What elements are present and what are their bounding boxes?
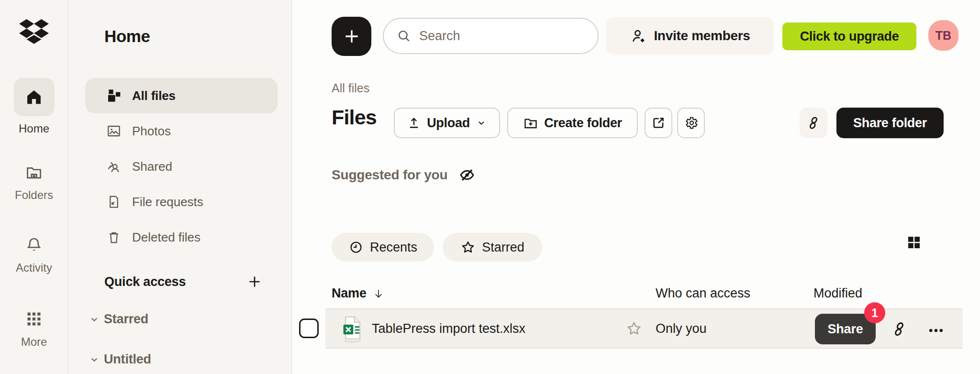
rail-label-folders: Folders: [15, 188, 53, 202]
share-folder-button[interactable]: Share folder: [836, 108, 944, 138]
filter-recents[interactable]: Recents: [332, 233, 434, 262]
sidebar-section-starred[interactable]: Starred: [89, 312, 148, 327]
filter-starred[interactable]: Starred: [443, 233, 542, 262]
rail-item-activity[interactable]: Activity: [0, 234, 68, 275]
sidebar-item-photos[interactable]: Photos: [85, 113, 278, 149]
rail-item-more[interactable]: More: [0, 308, 68, 349]
sidebar-item-label: Photos: [132, 124, 171, 139]
sidebar-section-untitled[interactable]: Untitled: [89, 352, 151, 367]
left-rail: Home Folders Activity: [0, 0, 68, 374]
upload-button[interactable]: Upload: [394, 108, 500, 138]
column-header-who-can-access[interactable]: Who can access: [656, 286, 750, 301]
settings-button[interactable]: [677, 108, 705, 138]
home-icon: [14, 78, 55, 116]
sidebar-item-shared[interactable]: Shared: [85, 149, 278, 184]
suggested-section: Suggested for you: [332, 166, 476, 184]
main-content: Invite members Click to upgrade TB All f…: [292, 0, 980, 374]
avatar-initials: TB: [935, 29, 951, 43]
search-input[interactable]: [419, 29, 585, 44]
copy-link-button[interactable]: [800, 108, 827, 138]
person-add-icon: [630, 27, 647, 44]
create-new-button[interactable]: [332, 17, 371, 56]
dropbox-app: Home Folders Activity: [0, 0, 980, 374]
grid-dots-icon: [14, 308, 55, 330]
shared-icon: [106, 159, 122, 174]
filter-label: Recents: [370, 240, 417, 255]
avatar[interactable]: TB: [928, 20, 958, 51]
rail-label-more: More: [21, 335, 47, 349]
quick-access-header: Quick access: [104, 274, 263, 290]
file-name[interactable]: TablePress import test.xlsx: [372, 321, 525, 336]
rail-item-folders[interactable]: Folders: [0, 162, 68, 202]
chevron-down-icon: [89, 354, 100, 365]
clock-icon: [348, 240, 364, 255]
search-bar[interactable]: [383, 18, 599, 54]
file-requests-icon: [106, 194, 122, 209]
dropbox-logo-icon[interactable]: [19, 19, 49, 46]
create-folder-label: Create folder: [544, 116, 622, 131]
star-outline-icon[interactable]: [625, 320, 643, 337]
row-checkbox[interactable]: [299, 319, 319, 338]
sidebar-item-all-files[interactable]: All files: [85, 78, 278, 113]
sidebar: Home All files: [68, 0, 292, 374]
notification-badge: 1: [864, 302, 885, 323]
excel-file-icon: [341, 316, 363, 343]
filter-label: Starred: [482, 240, 524, 255]
invite-members-button[interactable]: Invite members: [606, 17, 774, 55]
sidebar-item-deleted-files[interactable]: Deleted files: [85, 220, 278, 255]
rail-item-home[interactable]: Home: [0, 78, 68, 135]
sidebar-item-label: Deleted files: [132, 230, 200, 245]
column-header-modified[interactable]: Modified: [813, 286, 862, 301]
upload-label: Upload: [427, 116, 470, 131]
page-title: Files: [332, 106, 377, 129]
sidebar-item-file-requests[interactable]: File requests: [85, 184, 278, 220]
rail-label-activity: Activity: [16, 261, 52, 275]
trash-icon: [106, 230, 122, 245]
suggested-label: Suggested for you: [332, 167, 447, 183]
chevron-down-icon: [89, 314, 100, 325]
folder-plus-icon: [523, 115, 538, 131]
sidebar-title: Home: [104, 27, 150, 46]
bell-icon: [14, 234, 55, 255]
section-label: Starred: [104, 312, 148, 327]
breadcrumb[interactable]: All files: [332, 81, 369, 95]
invite-members-label: Invite members: [654, 28, 750, 44]
open-in-new-icon: [651, 115, 666, 131]
table-row[interactable]: TablePress import test.xlsx Only you Sha…: [325, 308, 963, 349]
quick-access-label: Quick access: [104, 275, 186, 289]
section-label: Untitled: [104, 352, 151, 367]
gear-icon: [683, 115, 699, 131]
sidebar-item-label: Shared: [132, 159, 172, 174]
sidebar-item-label: File requests: [132, 195, 203, 209]
title-row: Files Upload: [292, 108, 980, 138]
sidebar-nav: All files Photos: [85, 78, 278, 255]
filter-row: Recents Starred: [292, 233, 980, 262]
upgrade-button[interactable]: Click to upgrade: [782, 22, 916, 50]
star-icon: [460, 240, 476, 255]
rail-label-home: Home: [19, 122, 49, 135]
open-in-new-button[interactable]: [645, 108, 672, 138]
search-icon: [396, 28, 412, 44]
plus-icon: [343, 27, 361, 45]
column-label: Name: [332, 286, 367, 301]
all-files-icon: [106, 88, 122, 103]
sidebar-item-label: All files: [132, 88, 176, 103]
upload-icon: [407, 116, 421, 130]
grid-view-icon[interactable]: [906, 234, 922, 251]
folders-icon: [14, 162, 55, 183]
link-icon: [805, 115, 822, 131]
chevron-down-icon: [476, 117, 487, 129]
column-header-name[interactable]: Name: [332, 286, 385, 301]
who-can-access-value: Only you: [656, 321, 707, 336]
more-actions-icon[interactable]: [927, 322, 945, 339]
photos-icon: [106, 123, 122, 139]
create-folder-button[interactable]: Create folder: [507, 108, 638, 138]
hide-suggestions-icon[interactable]: [458, 166, 476, 184]
copy-link-icon[interactable]: [890, 320, 908, 338]
sort-descending-icon: [372, 287, 385, 300]
quick-access-add-icon[interactable]: [246, 274, 263, 290]
